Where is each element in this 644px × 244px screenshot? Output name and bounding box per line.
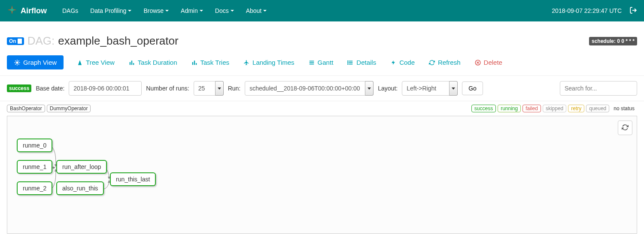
num-runs-select[interactable] [194,81,224,96]
list-icon [308,59,315,66]
search-input[interactable] [560,81,637,96]
operator-bash[interactable]: BashOperator [7,105,45,112]
state-retry[interactable]: retry [568,105,584,112]
nav-admin[interactable]: Admin [175,4,209,18]
node-run-this-last[interactable]: run_this_last [110,172,156,186]
state-queued[interactable]: queued [586,105,609,112]
caret-icon [231,10,234,12]
tab-task-tries[interactable]: Task Tries [184,55,237,69]
run-label: Run: [228,85,241,92]
node-run-after-loop[interactable]: run_after_loop [56,160,107,174]
tab-refresh[interactable]: Refresh [422,55,468,69]
tab-tree-view[interactable]: Tree View [70,55,122,69]
svg-rect-11 [133,63,134,65]
tab-landing-times[interactable]: Landing Times [236,55,301,69]
nav-docs[interactable]: Docs [209,4,240,18]
navbar-right: 2018-09-07 22:29:47 UTC [552,6,637,15]
graph-edges [7,116,637,233]
svg-rect-14 [195,63,196,65]
svg-point-0 [16,61,18,63]
svg-rect-12 [192,62,193,64]
tab-task-duration[interactable]: Task Duration [122,55,184,69]
burst-icon [14,59,21,66]
controls-row: success Base date: Number of runs: Run: … [0,76,644,101]
nav-data-profiling[interactable]: Data Profiling [84,4,137,18]
list-icon [347,59,354,66]
caret-icon [263,10,267,12]
bar-chart-icon [191,59,198,66]
tree-icon [76,59,83,66]
node-runme-0[interactable]: runme_0 [17,139,52,152]
schedule-badge: schedule: 0 0 * * * [589,37,637,45]
dag-toggle[interactable]: On [7,37,24,45]
dag-label: DAG: [27,34,55,48]
nav-browse[interactable]: Browse [137,4,175,18]
brand-text: Airflow [21,6,47,15]
node-also-run-this[interactable]: also_run_this [56,181,104,195]
view-tabs: Graph View Tree View Task Duration Task … [0,52,644,76]
run-status-badge: success [7,84,31,92]
nav-menu: DAGs Data Profiling Browse Admin Docs Ab… [56,4,552,18]
nav-about[interactable]: About [240,4,273,18]
clock: 2018-09-07 22:29:47 UTC [552,7,622,14]
svg-point-23 [348,63,348,64]
tab-gantt[interactable]: Gantt [301,55,340,69]
tab-delete[interactable]: Delete [468,55,509,69]
node-runme-2[interactable]: runme_2 [17,181,52,195]
tab-details[interactable]: Details [340,55,383,69]
delete-icon [474,59,481,66]
svg-rect-9 [130,62,131,64]
svg-line-5 [15,60,16,61]
plane-icon [243,59,250,66]
node-runme-1[interactable]: runme_1 [17,160,52,174]
bolt-icon [390,59,397,66]
run-select[interactable] [245,81,374,96]
go-button[interactable]: Go [462,81,483,95]
graph-canvas[interactable]: runme_0 runme_1 runme_2 run_after_loop a… [7,116,637,234]
caret-icon [200,10,203,12]
svg-point-22 [348,62,348,63]
caret-icon [128,10,131,12]
legend-row: BashOperator DummyOperator success runni… [0,101,644,116]
state-failed[interactable]: failed [522,105,541,112]
navbar: Airflow DAGs Data Profiling Browse Admin… [0,0,644,21]
svg-rect-10 [131,60,132,65]
svg-line-7 [15,63,16,64]
operator-legend: BashOperator DummyOperator [7,105,91,112]
brand-logo-icon [7,5,21,17]
nav-dags[interactable]: DAGs [56,4,84,18]
layout-label: Layout: [378,85,398,92]
dag-id: example_bash_operator [58,34,178,48]
bar-chart-icon [128,59,135,66]
svg-line-8 [18,60,19,61]
state-legend: success running failed skipped retry que… [471,105,637,112]
num-runs-label: Number of runs: [146,85,189,92]
base-date-input[interactable] [69,81,142,96]
state-skipped[interactable]: skipped [543,105,566,112]
base-date-label: Base date: [36,85,64,92]
logout-icon[interactable] [629,6,637,15]
operator-dummy[interactable]: DummyOperator [47,105,91,112]
brand[interactable]: Airflow [7,5,47,17]
state-success[interactable]: success [471,105,496,112]
layout-select[interactable] [402,81,458,96]
state-running[interactable]: running [498,105,521,112]
tab-code[interactable]: Code [383,55,422,69]
svg-point-21 [348,60,348,61]
tab-graph-view[interactable]: Graph View [7,55,64,69]
state-no-status: no status [611,105,637,112]
caret-icon [165,10,169,12]
svg-rect-13 [194,60,194,65]
refresh-icon [428,59,435,66]
page-header: On DAG: example_bash_operator schedule: … [0,21,644,52]
svg-line-6 [18,63,19,64]
